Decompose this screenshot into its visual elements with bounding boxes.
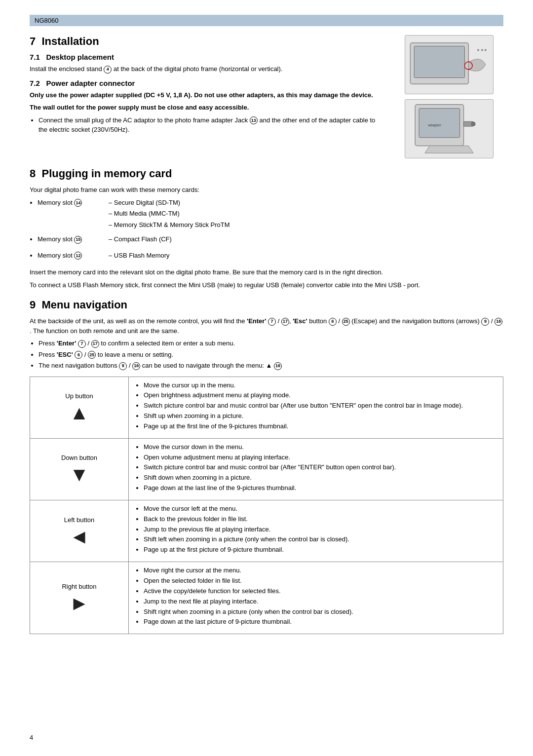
up-button-label: Up button xyxy=(36,392,122,400)
icon-7b: 7 xyxy=(78,340,86,348)
device-img-bottom: adapter xyxy=(405,99,494,158)
model-number: NG8060 xyxy=(35,17,58,24)
left-desc-5: Page up at the first picture of 9-pictur… xyxy=(144,545,497,555)
right-desc-1: Move right the cursor at the menu. xyxy=(144,566,497,575)
down-button-label: Down button xyxy=(36,454,122,461)
up-desc-2: Open brightness adjustment menu at playi… xyxy=(144,391,497,400)
left-button-list: Move the cursor left at the menu. Back t… xyxy=(144,504,497,555)
header-bar: NG8060 xyxy=(30,15,503,26)
memory-row-2: Memory slot 15 Compact Flash (CF) xyxy=(30,234,503,249)
down-arrow-icon: ▼ xyxy=(36,464,122,484)
down-desc-2: Open volume adjustment menu at playing i… xyxy=(144,453,497,462)
right-desc-5: Shift right when zooming in a picture (o… xyxy=(144,607,497,617)
icon-7: 7 xyxy=(268,318,276,326)
up-desc-5: Page up at the first line of the 9-pictu… xyxy=(144,422,497,431)
icon-6b: 6 xyxy=(75,351,82,359)
left-button-desc: Move the cursor left at the menu. Back t… xyxy=(129,500,503,562)
memory-row-1: Memory slot 14 Secure Digital (SD-TM) Mu… xyxy=(30,198,503,233)
right-arrow-icon: ► xyxy=(36,593,122,613)
up-button-desc: Move the cursor up in the menu. Open bri… xyxy=(129,377,503,438)
section-memory: 8 Plugging in memory card Your digital p… xyxy=(30,167,503,290)
memory-item-ms: Memory StickTM & Memory Stick ProTM xyxy=(109,220,503,230)
svg-point-4 xyxy=(481,49,483,51)
nav-row-right: Right button ► Move right the cursor at … xyxy=(30,562,503,634)
memory-item-mmc: Multi Media (MMC-TM) xyxy=(109,209,503,219)
memory-label-1: Memory slot 14 xyxy=(30,198,109,212)
icon-12: 12 xyxy=(74,252,82,260)
svg-point-5 xyxy=(485,49,487,51)
page-number: 4 xyxy=(30,734,33,741)
right-button-label: Right button xyxy=(36,583,122,590)
desktop-placement-text: Install the enclosed stand 4 at the back… xyxy=(30,64,385,74)
left-desc-1: Move the cursor left at the menu. xyxy=(144,504,497,514)
memory-item-sd: Secure Digital (SD-TM) xyxy=(109,198,503,208)
left-button-label: Left button xyxy=(36,516,122,524)
icon-4: 4 xyxy=(104,66,112,74)
memory-item-usb: USB Flash Memory xyxy=(109,251,503,261)
left-desc-4: Shift left when zooming in a picture (on… xyxy=(144,535,497,544)
power-bold1: Only use the power adapter supplied (DC … xyxy=(30,90,385,100)
up-arrow-icon: ▲ xyxy=(36,403,122,422)
icon-15: 15 xyxy=(74,236,82,244)
menu-bullets: Press 'Enter' 7 / 17 to confirm a select… xyxy=(38,339,503,371)
up-button-cell: Up button ▲ xyxy=(30,377,129,438)
up-desc-4: Shift up when zooming in a picture. xyxy=(144,412,497,421)
power-bullet-list: Connect the small plug of the AC adaptor… xyxy=(38,115,385,135)
power-bullet: Connect the small plug of the AC adaptor… xyxy=(38,115,385,135)
memory-label-3: Memory slot 12 xyxy=(30,251,109,265)
section-installation: 7 Installation 7.1 Desktop placement Ins… xyxy=(30,35,503,158)
icon-13: 13 xyxy=(250,116,258,124)
right-desc-4: Jump to the next file at playing interfa… xyxy=(144,597,497,606)
icon-14: 14 xyxy=(74,199,82,207)
memory-insert-text: Insert the memory card into the relevant… xyxy=(30,267,503,277)
menu-bullet-esc: Press 'ESC' 6 / 25 to leave a menu or se… xyxy=(38,350,503,360)
section-menu: 9 Menu navigation At the backside of the… xyxy=(30,299,503,634)
device-images: adapter xyxy=(395,35,503,158)
down-button-desc: Move the cursor down in the menu. Open v… xyxy=(129,438,503,500)
desktop-placement-title: 7.1 Desktop placement xyxy=(30,53,385,61)
down-button-cell: Down button ▼ xyxy=(30,438,129,500)
icon-9: 9 xyxy=(481,318,489,326)
right-desc-3: Active the copy/delete function for sele… xyxy=(144,587,497,596)
menu-bullet-enter: Press 'Enter' 7 / 17 to confirm a select… xyxy=(38,339,503,348)
right-button-list: Move right the cursor at the menu. Open … xyxy=(144,566,497,627)
nav-row-up: Up button ▲ Move the cursor up in the me… xyxy=(30,377,503,438)
menu-bullet-nav: The next navigation buttons 9 / 16 can b… xyxy=(38,361,503,371)
svg-rect-1 xyxy=(414,46,464,78)
svg-text:adapter: adapter xyxy=(428,123,441,127)
menu-intro: At the backside of the unit, as well as … xyxy=(30,316,503,336)
nav-row-left: Left button ◄ Move the cursor left at th… xyxy=(30,500,503,562)
icon-16a: 16 xyxy=(495,318,502,326)
icon-25: 25 xyxy=(342,318,350,326)
power-bold2: The wall outlet for the power supply mus… xyxy=(30,103,385,113)
right-button-desc: Move right the cursor at the menu. Open … xyxy=(129,562,503,634)
desktop-placement: 7.1 Desktop placement Install the enclos… xyxy=(30,53,385,74)
down-desc-4: Shift down when zooming in a picture. xyxy=(144,473,497,483)
right-button-cell: Right button ► xyxy=(30,562,129,634)
icon-25b: 25 xyxy=(88,351,96,359)
memory-item-cf: Compact Flash (CF) xyxy=(109,234,503,244)
svg-point-9 xyxy=(471,122,475,126)
memory-intro: Your digital photo frame can work with t… xyxy=(30,185,503,195)
power-adapter: 7.2 Power adapter connector Only use the… xyxy=(30,79,385,135)
memory-usb-text: To connect a USB Flash Memory stick, fir… xyxy=(30,280,503,290)
memory-row-3: Memory slot 12 USB Flash Memory xyxy=(30,251,503,265)
left-desc-3: Jump to the previous file at playing int… xyxy=(144,525,497,534)
memory-desc-2: Compact Flash (CF) xyxy=(109,234,503,247)
menu-title: 9 Menu navigation xyxy=(30,299,503,311)
icon-17b: 17 xyxy=(91,340,99,348)
memory-slots: Memory slot 14 Secure Digital (SD-TM) Mu… xyxy=(30,198,503,265)
device-img-top xyxy=(405,35,494,94)
right-desc-2: Open the selected folder in file list. xyxy=(144,576,497,586)
navigation-table: Up button ▲ Move the cursor up in the me… xyxy=(30,377,503,635)
page: NG8060 7 Installation 7.1 Desktop placem… xyxy=(0,0,533,756)
svg-point-3 xyxy=(477,49,479,51)
icon-17a: 17 xyxy=(281,318,289,326)
down-desc-5: Page down at the last line of the 9-pict… xyxy=(144,484,497,493)
up-button-list: Move the cursor up in the menu. Open bri… xyxy=(144,381,497,431)
left-desc-2: Back to the previous folder in file list… xyxy=(144,515,497,524)
right-desc-6: Page down at the last picture of 9-pictu… xyxy=(144,617,497,627)
memory-label-2: Memory slot 15 xyxy=(30,234,109,249)
memory-desc-3: USB Flash Memory xyxy=(109,251,503,264)
up-desc-1: Move the cursor up in the menu. xyxy=(144,381,497,390)
